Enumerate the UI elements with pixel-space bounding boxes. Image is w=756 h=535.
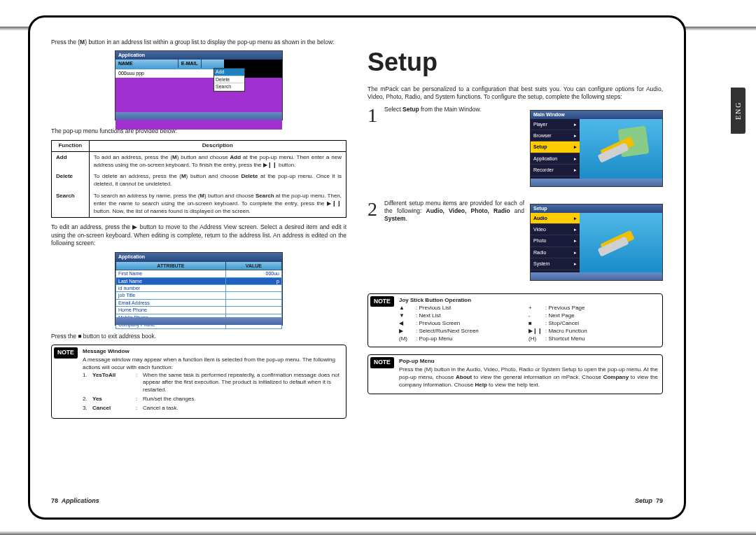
ss1-popup: Add Delete Search [214,68,245,91]
note-joystick: NOTE Joy Stick Button Operation ▲: Previ… [368,293,663,348]
ss3-menu: Player▸ Browser▸ Setup▸ Application▸ Rec… [531,119,580,179]
bottom-gradient [0,531,756,535]
page-container: ENG Press the (M) button in an address l… [0,0,756,535]
language-tab: ENG [731,88,746,134]
ss4-menu: Audio▸ Video▸ Photo▸ Radio▸ System▸ [531,213,580,272]
step-1-number: 1 [368,106,384,125]
note-heading: Message Window [83,348,342,356]
fn-search: Search [52,190,90,218]
note-tag: NOTE [370,296,394,307]
note-tag: NOTE [370,357,394,368]
note-popup-menu: NOTE Pop-up Menu Press the (M) button in… [368,354,663,394]
ss1-titlebar: Application [115,51,282,60]
ss1-col-name: NAME [115,60,178,67]
function-table: FunctionDescription AddTo add an address… [51,140,346,218]
ss2-h1: ATTRIBUTE [116,261,226,270]
left-page: Press the (M) button in an address list … [51,39,346,506]
right-footer: Setup 79 [635,496,663,505]
exit-text: Press the ■ button to exit address book. [51,333,346,340]
joystick-left-col: ▲: Previous List ▼: Next List ◀: Previou… [399,305,528,342]
fn-search-desc: To search an address by name, press the … [89,190,346,218]
manual-spread: Press the (M) button in an address list … [28,15,686,520]
screenshot-address-edit: Application ATTRIBUTEVALUE First Name000… [115,252,283,326]
screenshot-setup-menu: Setup Audio▸ Video▸ Photo▸ Radio▸ System… [530,204,663,281]
step-2-text: Different setup menu items are provided … [384,200,524,223]
left-intro: Press the (M) button in an address list … [51,39,346,46]
ss2-h2: VALUE [225,261,281,270]
screenshot-popup-menu: Application NAMEE-MAIL 000uuu ppp Add De… [115,50,283,120]
setup-intro: The mPack can be personalized to a confi… [368,85,663,102]
left-footer: 78 Applications [51,496,99,505]
screenshot-main-window: Main Window Player▸ Browser▸ Setup▸ Appl… [530,110,663,187]
fn-delete-desc: To delete an address, press the (M) butt… [89,171,346,190]
th-description: Description [89,140,346,151]
note-popup-text: Press the (M) button in the Audio, Video… [399,366,658,389]
popup-add: Add [214,69,244,76]
note-tag: NOTE [54,347,78,358]
step-2-number: 2 [368,200,384,219]
fn-add: Add [52,151,90,171]
ss1-row: 000uuu ppp [115,69,224,77]
note-list: 1.YesToAll:When the same task is perform… [83,372,342,412]
ss1-col-email: E-MAIL [178,60,202,67]
ss2-titlebar: Application [115,253,282,261]
page-title: Setup [368,46,663,80]
note-message-window: NOTE Message Window A message window may… [51,345,346,418]
note-text: A message window may appear when a funct… [83,356,342,372]
step-1-text: Select Setup from the Main Window. [384,106,524,113]
edit-address-text: To edit an address, press the ▶ button t… [51,223,346,247]
step-1: Main Window Player▸ Browser▸ Setup▸ Appl… [368,106,663,191]
joystick-right-col: +: Previous Page -: Next Page ■: Stop/Ca… [528,305,658,342]
popup-search: Search [214,83,244,90]
popup-delete: Delete [214,76,244,83]
note-heading: Joy Stick Button Operation [399,297,658,305]
step-2: Setup Audio▸ Video▸ Photo▸ Radio▸ System… [368,200,663,285]
fn-add-desc: To add an address, press the (M) button … [89,151,346,171]
ss3-titlebar: Main Window [531,111,662,119]
th-function: Function [52,140,90,151]
fn-delete: Delete [52,171,90,190]
right-page: Setup The mPack can be personalized to a… [368,39,663,506]
note-heading: Pop-up Menu [399,358,658,366]
ss4-titlebar: Setup [531,204,662,213]
